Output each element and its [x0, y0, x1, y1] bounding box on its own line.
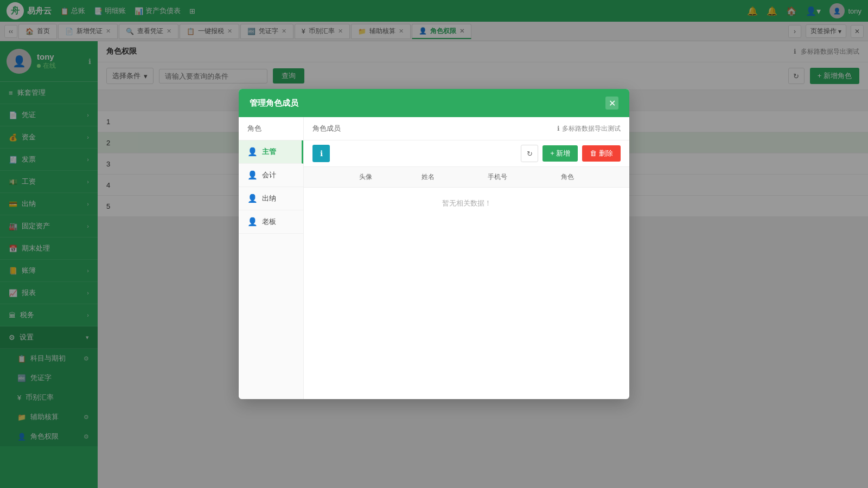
role-list-label: 老板: [262, 217, 276, 227]
modal: 管理角色成员 ✕ 角色 👤 主管 👤 会计 👤 出纳 👤 老板: [239, 89, 629, 399]
col-phone: 手机号: [459, 167, 537, 188]
empty-tip: 暂无相关数据！: [304, 188, 629, 219]
role-list-icon: 👤: [247, 147, 258, 157]
modal-header: 管理角色成员 ✕: [239, 89, 629, 117]
info-button[interactable]: ℹ: [312, 145, 330, 162]
modal-left-panel: 角色 👤 主管 👤 会计 👤 出纳 👤 老板: [239, 117, 304, 399]
role-list-icon: 👤: [247, 217, 258, 227]
modal-role-item-cashier[interactable]: 👤 出纳: [239, 187, 303, 210]
modal-role-item-boss[interactable]: 👤 老板: [239, 210, 303, 234]
col-role: 角色: [537, 167, 598, 188]
add-member-button[interactable]: + 新增: [542, 145, 578, 162]
modal-close-button[interactable]: ✕: [605, 97, 618, 110]
role-list-label: 出纳: [262, 194, 276, 203]
modal-right-title: 角色成员: [312, 124, 341, 133]
modal-role-item-supervisor[interactable]: 👤 主管: [239, 140, 303, 164]
col-avatar: 头像: [335, 167, 397, 188]
delete-member-button[interactable]: 🗑 删除: [582, 145, 621, 162]
role-list-icon: 👤: [247, 170, 258, 180]
modal-title: 管理角色成员: [250, 98, 298, 108]
modal-right-toolbar: ℹ ↻ + 新增 🗑 删除: [304, 140, 629, 167]
modal-left-header: 角色: [239, 117, 303, 140]
col-check: [304, 167, 335, 188]
modal-hint-icon: ℹ: [557, 125, 560, 132]
modal-right-panel: 角色成员 ℹ 多标路数据导出测试 ℹ ↻ + 新增 🗑 删除: [304, 117, 629, 399]
role-list-icon: 👤: [247, 194, 258, 203]
member-refresh-button[interactable]: ↻: [521, 145, 538, 162]
modal-body: 角色 👤 主管 👤 会计 👤 出纳 👤 老板 角色成员 ℹ 多标路数据: [239, 117, 629, 399]
member-table: 头像 姓名 手机号 角色: [304, 167, 629, 188]
modal-hint-text: 多标路数据导出测试: [562, 124, 621, 133]
overlay: 管理角色成员 ✕ 角色 👤 主管 👤 会计 👤 出纳 👤 老板: [0, 0, 868, 488]
member-table-wrapper: 头像 姓名 手机号 角色 暂无相关数据！: [304, 167, 629, 219]
info-btn-icon: ℹ: [320, 149, 323, 158]
col-actions: [598, 167, 629, 188]
member-refresh-icon: ↻: [527, 150, 533, 158]
role-list-label: 会计: [262, 170, 276, 180]
modal-right-hint: ℹ 多标路数据导出测试: [557, 124, 621, 133]
modal-right-header: 角色成员 ℹ 多标路数据导出测试: [304, 117, 629, 140]
modal-role-item-accountant[interactable]: 👤 会计: [239, 164, 303, 187]
col-name: 姓名: [397, 167, 458, 188]
role-list-label: 主管: [262, 147, 276, 157]
